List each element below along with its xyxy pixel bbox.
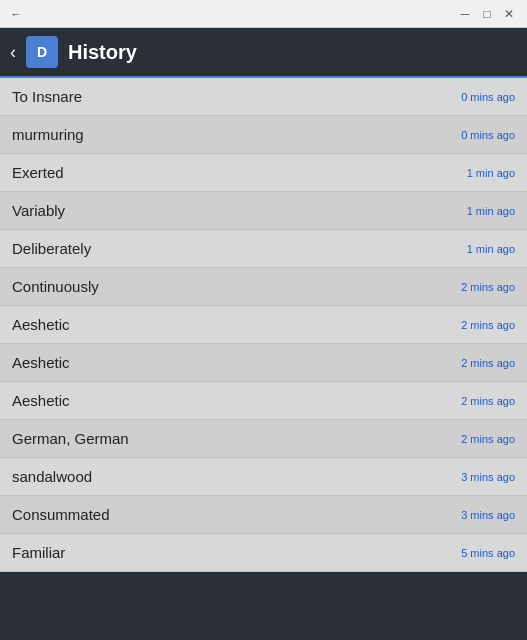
- item-word: To Insnare: [12, 88, 82, 105]
- back-chevron-icon: ‹: [10, 42, 16, 63]
- item-time: 3 mins ago: [461, 471, 515, 483]
- list-item[interactable]: Deliberately1 min ago: [0, 230, 527, 268]
- item-word: sandalwood: [12, 468, 92, 485]
- close-button[interactable]: ✕: [499, 4, 519, 24]
- list-item[interactable]: sandalwood3 mins ago: [0, 458, 527, 496]
- list-item[interactable]: To Insnare0 mins ago: [0, 78, 527, 116]
- list-item[interactable]: Aeshetic2 mins ago: [0, 382, 527, 420]
- minimize-icon: ─: [461, 7, 470, 21]
- item-time: 2 mins ago: [461, 433, 515, 445]
- bottom-area: [0, 572, 527, 632]
- close-icon: ✕: [504, 7, 514, 21]
- maximize-button[interactable]: □: [477, 4, 497, 24]
- item-time: 5 mins ago: [461, 547, 515, 559]
- title-bar-controls: ─ □ ✕: [455, 4, 519, 24]
- app-icon: D: [26, 36, 58, 68]
- minimize-button[interactable]: ─: [455, 4, 475, 24]
- item-time: 2 mins ago: [461, 281, 515, 293]
- app-header: ‹ D History: [0, 28, 527, 78]
- item-word: Exerted: [12, 164, 64, 181]
- list-item[interactable]: Aeshetic2 mins ago: [0, 306, 527, 344]
- item-word: Deliberately: [12, 240, 91, 257]
- item-word: Variably: [12, 202, 65, 219]
- title-bar-left: ←: [8, 6, 24, 22]
- item-word: German, German: [12, 430, 129, 447]
- item-word: Aeshetic: [12, 392, 70, 409]
- item-word: Continuously: [12, 278, 99, 295]
- item-time: 1 min ago: [467, 243, 515, 255]
- list-item[interactable]: German, German2 mins ago: [0, 420, 527, 458]
- item-word: Aeshetic: [12, 316, 70, 333]
- item-word: Familiar: [12, 544, 65, 561]
- list-item[interactable]: Continuously2 mins ago: [0, 268, 527, 306]
- item-time: 1 min ago: [467, 167, 515, 179]
- item-word: murmuring: [12, 126, 84, 143]
- list-item[interactable]: murmuring0 mins ago: [0, 116, 527, 154]
- titlebar-back-button[interactable]: ←: [8, 6, 24, 22]
- item-time: 3 mins ago: [461, 509, 515, 521]
- item-word: Aeshetic: [12, 354, 70, 371]
- page-title: History: [68, 41, 137, 64]
- item-time: 0 mins ago: [461, 129, 515, 141]
- item-time: 0 mins ago: [461, 91, 515, 103]
- list-item[interactable]: Exerted1 min ago: [0, 154, 527, 192]
- item-time: 2 mins ago: [461, 357, 515, 369]
- back-arrow-icon: ←: [11, 8, 22, 20]
- item-time: 2 mins ago: [461, 395, 515, 407]
- history-list: To Insnare0 mins agomurmuring0 mins agoE…: [0, 78, 527, 572]
- maximize-icon: □: [483, 7, 490, 21]
- list-item[interactable]: Consummated3 mins ago: [0, 496, 527, 534]
- list-item[interactable]: Variably1 min ago: [0, 192, 527, 230]
- item-time: 2 mins ago: [461, 319, 515, 331]
- list-item[interactable]: Familiar5 mins ago: [0, 534, 527, 572]
- item-word: Consummated: [12, 506, 110, 523]
- list-item[interactable]: Aeshetic2 mins ago: [0, 344, 527, 382]
- title-bar: ← ─ □ ✕: [0, 0, 527, 28]
- back-button[interactable]: ‹: [10, 42, 16, 63]
- item-time: 1 min ago: [467, 205, 515, 217]
